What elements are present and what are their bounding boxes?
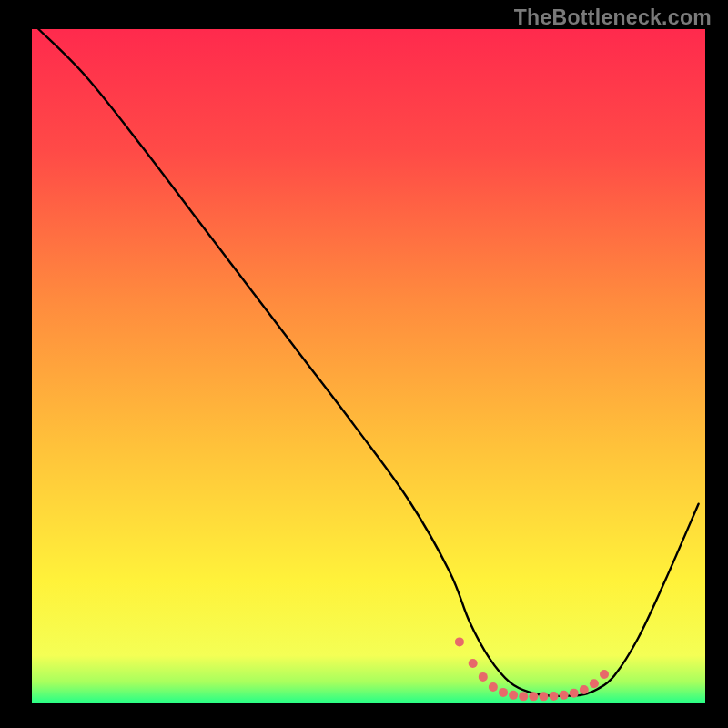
watermark-text: TheBottleneck.com <box>514 5 712 30</box>
gradient-background <box>32 29 705 703</box>
valley-marker <box>519 692 528 701</box>
valley-marker <box>509 691 518 700</box>
chart-plot-area <box>32 29 705 703</box>
valley-marker <box>539 692 548 701</box>
valley-marker <box>455 637 464 646</box>
valley-marker <box>580 685 589 694</box>
valley-marker <box>600 670 609 679</box>
valley-marker <box>479 672 488 682</box>
valley-marker <box>489 682 498 692</box>
valley-marker <box>560 691 569 700</box>
valley-marker <box>529 692 538 701</box>
valley-marker <box>590 679 599 688</box>
chart-svg <box>32 29 705 703</box>
valley-marker <box>570 689 579 698</box>
valley-marker <box>499 688 508 697</box>
valley-marker <box>550 692 559 701</box>
valley-marker <box>469 659 478 668</box>
